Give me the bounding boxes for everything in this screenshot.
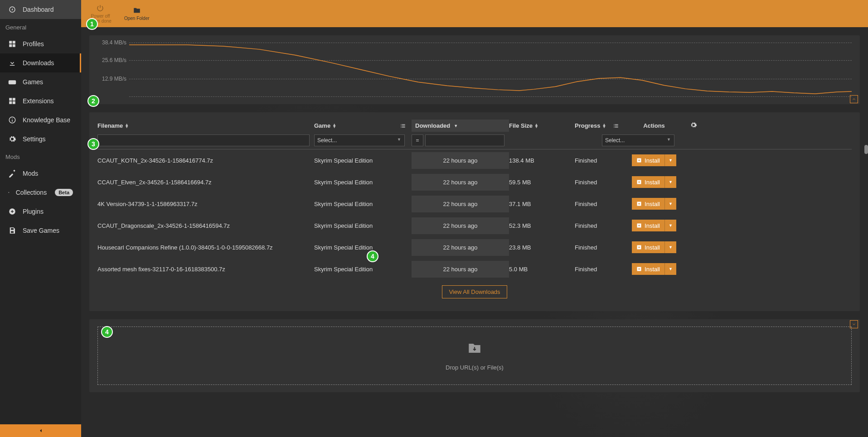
sidebar-collapse-button[interactable] — [0, 424, 81, 437]
plus-icon — [636, 179, 642, 185]
table-header: Filename▲▼ Game▲▼ Downloaded▼ File Size▲… — [97, 120, 852, 134]
content: 38.4 MB/s 25.6 MB/s 12.9 MB/s Filename▲▼… — [81, 27, 868, 437]
chevron-left-icon — [38, 427, 44, 434]
install-dropdown[interactable]: ▼ — [664, 154, 676, 166]
folder-download-icon — [467, 341, 482, 356]
install-button[interactable]: Install▼ — [632, 154, 676, 166]
view-all-downloads-button[interactable]: View All Downloads — [442, 285, 507, 298]
sidebar-label: Extensions — [23, 97, 53, 105]
chevron-down-icon — [852, 322, 856, 327]
install-dropdown[interactable]: ▼ — [664, 220, 676, 231]
dropzone[interactable]: Drop URL(s) or File(s) — [97, 327, 852, 385]
downloads-panel: Filename▲▼ Game▲▼ Downloaded▼ File Size▲… — [89, 112, 860, 311]
filter-game-select[interactable]: Select... — [314, 134, 405, 146]
layers-icon — [8, 188, 10, 197]
cell-actions: Install▼ — [625, 220, 684, 231]
table-row[interactable]: 4K Version-34739-1-1-1586963317.7zSkyrim… — [97, 193, 852, 215]
install-button[interactable]: Install▼ — [632, 263, 676, 275]
chart-collapse-button[interactable] — [850, 95, 858, 103]
sidebar-item-extensions[interactable]: Extensions — [0, 91, 81, 110]
sidebar-item-downloads[interactable]: Downloads — [0, 53, 81, 72]
cell-downloaded: 22 hours ago — [412, 152, 509, 169]
filter-downloaded-op[interactable] — [412, 134, 423, 146]
install-dropdown[interactable]: ▼ — [664, 263, 676, 275]
table-row[interactable]: Housecarl Companions Refine (1.0.0)-3840… — [97, 236, 852, 258]
filter-downloaded-input[interactable] — [425, 134, 504, 146]
cell-progress: Finished — [548, 157, 625, 164]
sidebar: Dashboard General Profiles Downloads Gam… — [0, 0, 81, 437]
annotation-marker-3: 3 — [87, 138, 99, 150]
annotation-marker-4b: 4 — [101, 326, 113, 338]
sidebar-item-knowledge[interactable]: Knowledge Base — [0, 110, 81, 130]
speed-chart-panel: 38.4 MB/s 25.6 MB/s 12.9 MB/s — [89, 35, 860, 104]
plus-icon — [636, 201, 642, 206]
install-dropdown[interactable]: ▼ — [664, 176, 676, 188]
col-downloaded[interactable]: Downloaded▼ — [412, 120, 509, 132]
sidebar-item-savegames[interactable]: Save Games — [0, 221, 81, 240]
download-icon — [8, 59, 16, 67]
sidebar-item-plugins[interactable]: Plugins — [0, 202, 81, 221]
sort-icon: ▲▼ — [332, 124, 336, 128]
cell-downloaded: 22 hours ago — [412, 239, 509, 256]
ytick-2: 12.9 MB/s — [97, 76, 126, 82]
sidebar-item-profiles[interactable]: Profiles — [0, 34, 81, 53]
plus-icon — [636, 223, 642, 228]
table-row[interactable]: Assorted mesh fixes-32117-0-16-161838350… — [97, 258, 852, 280]
plus-icon — [636, 245, 642, 250]
table-settings-button[interactable] — [684, 121, 697, 130]
sidebar-item-settings[interactable]: Settings — [0, 130, 81, 149]
install-button[interactable]: Install▼ — [632, 176, 676, 188]
install-dropdown[interactable]: ▼ — [664, 198, 676, 210]
table-row[interactable]: CCAUT_KOTN_2x-34526-1-1586416774.7zSkyri… — [97, 149, 852, 171]
cell-progress: Finished — [548, 201, 625, 207]
grid-icon — [8, 40, 16, 48]
annotation-marker-4a: 4 — [367, 250, 378, 262]
sidebar-item-dashboard[interactable]: Dashboard — [0, 0, 81, 19]
sort-icon: ▲▼ — [534, 124, 538, 128]
sidebar-section-mods: Mods — [0, 149, 81, 164]
install-dropdown[interactable]: ▼ — [664, 241, 676, 253]
sidebar-item-games[interactable]: Games — [0, 72, 81, 91]
install-button[interactable]: Install▼ — [632, 198, 676, 210]
cell-progress: Finished — [548, 266, 625, 273]
col-progress[interactable]: Progress▲▼ — [548, 122, 625, 129]
power-icon — [96, 4, 104, 12]
col-filesize[interactable]: File Size▲▼ — [509, 122, 548, 129]
speed-chart: 38.4 MB/s 25.6 MB/s 12.9 MB/s — [129, 43, 852, 97]
save-icon — [8, 226, 16, 235]
cell-filesize: 23.8 MB — [509, 244, 548, 251]
sidebar-item-mods[interactable]: Mods — [0, 164, 81, 183]
dropzone-collapse-button[interactable] — [850, 320, 858, 328]
table-row[interactable]: CCAUT_Dragonscale_2x-34526-1-1586416594.… — [97, 215, 852, 236]
cell-game: Skyrim Special Edition — [314, 157, 412, 164]
toolbar-label: Open Folder — [124, 16, 150, 21]
cell-filesize: 59.5 MB — [509, 179, 548, 186]
filter-filename-input[interactable] — [97, 134, 310, 146]
sidebar-label: Save Games — [23, 227, 59, 234]
svg-point-1 — [12, 118, 13, 119]
filter-progress-select[interactable]: Select... — [602, 134, 674, 146]
sidebar-label: Knowledge Base — [23, 116, 70, 124]
cell-downloaded: 22 hours ago — [412, 217, 509, 234]
install-button[interactable]: Install▼ — [632, 241, 676, 253]
col-filename[interactable]: Filename▲▼ — [97, 122, 314, 129]
sidebar-label: Collections — [16, 189, 47, 196]
toolbar-label-line1: Power off — [91, 14, 110, 19]
view-all-row: View All Downloads — [97, 280, 852, 300]
cell-filename: CCAUT_Elven_2x-34526-1-1586416694.7z — [97, 179, 314, 186]
table-row[interactable]: CCAUT_Elven_2x-34526-1-1586416694.7zSkyr… — [97, 171, 852, 193]
gear-icon — [690, 121, 697, 129]
cell-game: Skyrim Special Edition — [314, 244, 412, 251]
plus-circle-icon — [8, 207, 16, 216]
annotation-marker-2: 2 — [87, 95, 99, 107]
install-button[interactable]: Install▼ — [632, 220, 676, 231]
plus-icon — [636, 266, 642, 272]
chart-line — [129, 43, 852, 96]
list-icon — [613, 123, 619, 129]
sidebar-item-collections[interactable]: Collections Beta — [0, 183, 81, 202]
open-folder-button[interactable]: Open Folder — [120, 1, 154, 26]
scrollbar-thumb[interactable] — [864, 145, 868, 154]
folder-icon — [133, 6, 141, 14]
cell-game: Skyrim Special Edition — [314, 266, 412, 273]
col-game[interactable]: Game▲▼ — [314, 122, 412, 129]
